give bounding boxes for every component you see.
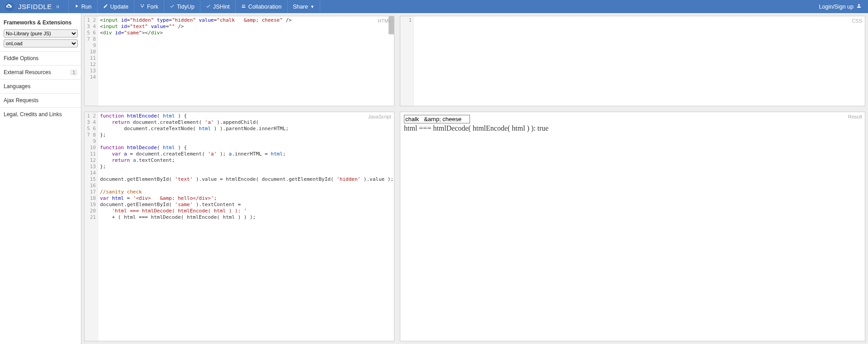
sidebar-item-external-resources[interactable]: External Resources1 xyxy=(0,65,81,79)
menu-tidyup[interactable]: TidyUp xyxy=(164,0,200,13)
menu-label: TidyUp xyxy=(177,4,194,10)
framework-select[interactable]: No-Library (pure JS) xyxy=(4,29,78,38)
menu-run[interactable]: Run xyxy=(68,0,98,13)
sidebar: Frameworks & Extensions No-Library (pure… xyxy=(0,13,81,344)
editor-panes: HTML 1 2 3 4 5 6 7 8 9 10 11 12 13 14 <i… xyxy=(81,13,868,344)
css-pane-label: CSS xyxy=(852,18,862,24)
menu-collab[interactable]: Collaboration xyxy=(236,0,288,13)
menu-share[interactable]: Share▼ xyxy=(288,0,320,13)
js-pane[interactable]: JavaScript 1 2 3 4 5 6 7 8 9 10 11 12 13… xyxy=(84,112,394,341)
menu-label: Update xyxy=(110,4,128,10)
sidebar-item-label: Fiddle Options xyxy=(4,55,38,61)
logo-alpha: α xyxy=(57,4,59,9)
result-pane-label: Result xyxy=(848,114,862,119)
svg-point-1 xyxy=(242,5,244,6)
sidebar-item-ajax-requests[interactable]: Ajax Requests xyxy=(0,93,81,107)
css-gutter: 1 xyxy=(400,16,414,106)
sidebar-item-label: External Resources xyxy=(4,69,51,75)
menu-label: Fork xyxy=(147,4,158,10)
caret-down-icon: ▼ xyxy=(310,5,314,9)
html-gutter: 1 2 3 4 5 6 7 8 9 10 11 12 13 14 xyxy=(85,16,98,106)
result-pane: Result html === htmlDecode( htmlEncode( … xyxy=(400,112,865,341)
check-icon xyxy=(206,4,211,10)
logo[interactable]: JSFIDDLE α xyxy=(5,2,59,12)
collab-icon xyxy=(241,4,246,10)
sidebar-item-fiddle-options[interactable]: Fiddle Options xyxy=(0,51,81,65)
sidebar-title: Frameworks & Extensions xyxy=(0,17,81,29)
result-input[interactable] xyxy=(404,115,470,123)
menu-label: JSHint xyxy=(213,4,230,10)
sidebar-item-label: Legal, Credits and Links xyxy=(4,111,62,118)
edit-icon xyxy=(103,4,108,10)
cloud-icon xyxy=(5,2,14,12)
js-pane-label: JavaScript xyxy=(368,114,391,119)
login-link[interactable]: Login/Sign up xyxy=(813,3,868,10)
css-pane[interactable]: CSS 1 xyxy=(400,16,865,106)
check-icon xyxy=(170,4,175,10)
menu-label: Run xyxy=(81,4,92,10)
result-output: html === htmlDecode( htmlEncode( html ) … xyxy=(404,124,861,132)
menu-label: Share xyxy=(293,4,308,10)
play-icon xyxy=(74,4,79,10)
js-gutter: 1 2 3 4 5 6 7 8 9 10 11 12 13 14 15 16 1… xyxy=(85,112,98,341)
html-code[interactable]: <input id="hidden" type="hidden" value="… xyxy=(98,16,394,106)
fork-icon xyxy=(140,4,145,10)
login-label: Login/Sign up xyxy=(819,4,854,10)
sidebar-item-label: Languages xyxy=(4,83,30,90)
menu-update[interactable]: Update xyxy=(98,0,134,13)
sidebar-item-legal[interactable]: Legal, Credits and Links xyxy=(0,107,81,121)
js-code[interactable]: function htmlEncode( html ) { return doc… xyxy=(98,112,394,341)
html-pane-label: HTML xyxy=(378,18,391,24)
wrap-select[interactable]: onLoad xyxy=(4,39,78,47)
html-pane[interactable]: HTML 1 2 3 4 5 6 7 8 9 10 11 12 13 14 <i… xyxy=(84,16,394,106)
css-code[interactable] xyxy=(414,16,865,106)
menu-jshint[interactable]: JSHint xyxy=(200,0,236,13)
header: JSFIDDLE α RunUpdateForkTidyUpJSHintColl… xyxy=(0,0,868,13)
menu-label: Collaboration xyxy=(248,4,282,10)
sidebar-item-languages[interactable]: Languages xyxy=(0,79,81,93)
user-icon xyxy=(856,3,862,10)
menu-fork[interactable]: Fork xyxy=(134,0,164,13)
svg-point-2 xyxy=(244,5,245,5)
logo-text: JSFIDDLE xyxy=(18,3,52,10)
badge: 1 xyxy=(70,70,77,75)
menu: RunUpdateForkTidyUpJSHintCollaborationSh… xyxy=(68,0,320,13)
sidebar-item-label: Ajax Requests xyxy=(4,97,38,104)
